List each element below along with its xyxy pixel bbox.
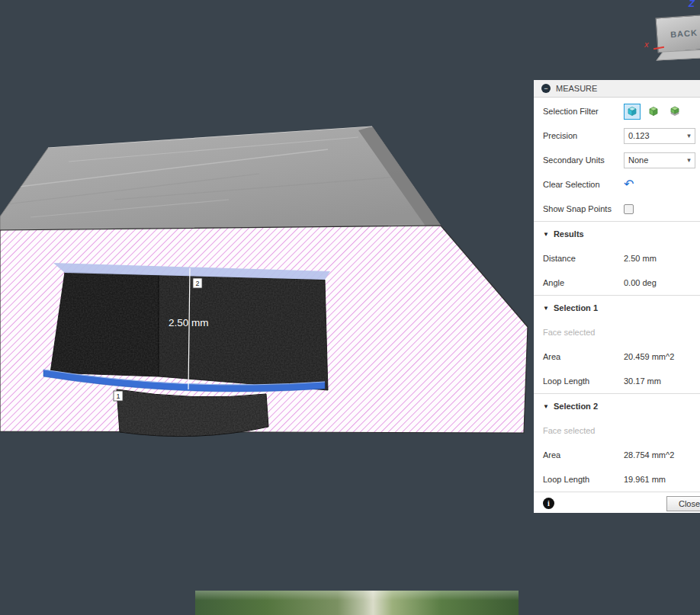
results-section: ▼ Results Distance 2.50 mm Angle 0.00 de… bbox=[534, 221, 700, 295]
secondary-units-value: None bbox=[625, 155, 683, 165]
selection-1-area-row: Area 20.459 mm^2 bbox=[534, 344, 700, 369]
results-section-header[interactable]: ▼ Results bbox=[534, 222, 700, 246]
top-face[interactable] bbox=[0, 127, 441, 230]
precision-value: 0.123 bbox=[625, 131, 683, 140]
chevron-down-icon: ▾ bbox=[683, 132, 695, 139]
filter-body-button[interactable] bbox=[645, 104, 662, 120]
selection-1-status: Face selected bbox=[534, 320, 700, 344]
angle-label: Angle bbox=[543, 278, 624, 287]
svg-text:2: 2 bbox=[195, 280, 199, 287]
selection-2-status: Face selected bbox=[534, 418, 700, 443]
filter-component-icon bbox=[669, 105, 681, 117]
loop-length-value: 30.17 mm bbox=[624, 376, 661, 386]
selection-2-section: ▼ Selection 2 Face selected Area 28.754 … bbox=[534, 393, 700, 492]
measure-panel: − MEASURE Selection Filter bbox=[534, 80, 700, 513]
secondary-units-label: Secondary Units bbox=[543, 155, 624, 165]
secondary-units-row: Secondary Units None ▾ bbox=[534, 148, 700, 172]
selection-1-header[interactable]: ▼ Selection 1 bbox=[534, 296, 700, 320]
angle-row: Angle 0.00 deg bbox=[534, 271, 700, 295]
panel-title: MEASURE bbox=[556, 84, 597, 93]
results-title: Results bbox=[554, 229, 584, 239]
filter-component-button[interactable] bbox=[666, 104, 683, 120]
secondary-units-dropdown[interactable]: None ▾ bbox=[624, 152, 695, 168]
show-snap-points-checkbox[interactable] bbox=[624, 204, 634, 214]
loop-length-value: 19.961 mm bbox=[624, 475, 666, 484]
collapse-icon[interactable]: − bbox=[541, 84, 551, 93]
x-axis-label: x bbox=[644, 40, 649, 49]
info-icon[interactable]: i bbox=[543, 498, 554, 509]
panel-header: − MEASURE bbox=[534, 80, 700, 98]
show-snap-points-row: Show Snap Points bbox=[534, 197, 700, 221]
svg-text:1: 1 bbox=[116, 392, 120, 400]
show-snap-points-label: Show Snap Points bbox=[543, 204, 624, 213]
panel-footer: i Close bbox=[534, 492, 700, 514]
distance-row: Distance 2.50 mm bbox=[534, 246, 700, 271]
clear-selection-label: Clear Selection bbox=[543, 180, 624, 189]
area-value: 28.754 mm^2 bbox=[624, 450, 674, 460]
triangle-down-icon: ▼ bbox=[543, 403, 549, 410]
triangle-down-icon: ▼ bbox=[543, 305, 549, 312]
marker-1[interactable]: 1 bbox=[114, 391, 123, 401]
close-button[interactable]: Close bbox=[666, 496, 700, 511]
bottom-image-strip bbox=[195, 591, 519, 615]
angle-value: 0.00 deg bbox=[624, 278, 657, 287]
precision-dropdown[interactable]: 0.123 ▾ bbox=[624, 128, 695, 144]
clear-selection-row: Clear Selection ↶ bbox=[534, 172, 700, 197]
selection-filter-row: Selection Filter bbox=[534, 99, 700, 123]
loop-length-label: Loop Length bbox=[543, 376, 624, 386]
precision-row: Precision 0.123 ▾ bbox=[534, 123, 700, 148]
selection-1-title: Selection 1 bbox=[554, 303, 598, 312]
selection-2-title: Selection 2 bbox=[554, 402, 598, 411]
distance-value: 2.50 mm bbox=[624, 254, 657, 263]
area-label: Area bbox=[543, 352, 624, 361]
triangle-down-icon: ▼ bbox=[543, 231, 549, 238]
filter-body-icon bbox=[647, 105, 660, 117]
measurement-label: 2.50 mm bbox=[169, 317, 209, 328]
selection-1-loop-row: Loop Length 30.17 mm bbox=[534, 369, 700, 393]
loop-length-label: Loop Length bbox=[543, 475, 624, 484]
selection-1-section: ▼ Selection 1 Face selected Area 20.459 … bbox=[534, 295, 700, 393]
selection-filter-label: Selection Filter bbox=[543, 107, 624, 116]
precision-label: Precision bbox=[543, 131, 624, 140]
selection-2-loop-row: Loop Length 19.961 mm bbox=[534, 467, 700, 492]
distance-label: Distance bbox=[543, 254, 624, 263]
z-axis-label: Z bbox=[689, 0, 695, 9]
settings-section: Selection Filter bbox=[534, 98, 700, 221]
marker-2[interactable]: 2 bbox=[193, 278, 202, 288]
area-label: Area bbox=[543, 450, 624, 460]
selection-2-area-row: Area 28.754 mm^2 bbox=[534, 443, 700, 467]
selection-2-header[interactable]: ▼ Selection 2 bbox=[534, 394, 700, 418]
chevron-down-icon: ▾ bbox=[683, 156, 695, 164]
filter-face-icon bbox=[626, 105, 638, 117]
undo-icon[interactable]: ↶ bbox=[624, 178, 634, 191]
area-value: 20.459 mm^2 bbox=[624, 352, 674, 361]
filter-face-button[interactable] bbox=[624, 104, 641, 120]
